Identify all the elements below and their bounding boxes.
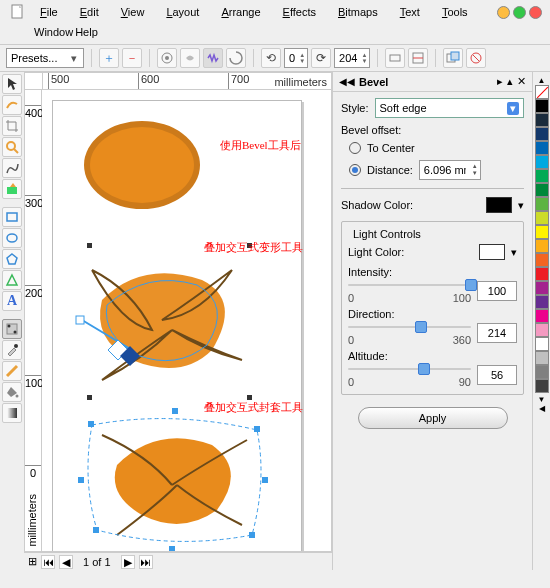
zoom-tool[interactable] xyxy=(2,137,22,157)
polygon-tool[interactable] xyxy=(2,249,22,269)
palette-swatch[interactable] xyxy=(535,127,549,141)
menu-tools[interactable]: Tools xyxy=(432,3,478,21)
direction-value[interactable]: 214 xyxy=(477,323,517,343)
add-preset-icon[interactable]: ＋ xyxy=(99,48,119,68)
shape-tool[interactable] xyxy=(2,95,22,115)
copy-props-icon[interactable] xyxy=(443,48,463,68)
first-page-btn[interactable]: ⏮ xyxy=(41,555,55,569)
rotate-value[interactable]: 0▲▼ xyxy=(284,48,308,68)
palette-down-icon[interactable]: ▼ xyxy=(538,395,546,404)
presets-select[interactable]: Presets... xyxy=(6,48,84,68)
menu-help[interactable]: Help xyxy=(75,26,98,38)
rotate-icon[interactable]: ⟲ xyxy=(261,48,281,68)
undistort-icon[interactable] xyxy=(157,48,177,68)
menu-edit[interactable]: Edit xyxy=(70,3,109,21)
palette-swatch[interactable] xyxy=(535,225,549,239)
altitude-value[interactable]: 56 xyxy=(477,365,517,385)
palette-swatch[interactable] xyxy=(535,351,549,365)
distance-input[interactable]: ▲▼ xyxy=(419,160,481,180)
interactive-fill-tool[interactable] xyxy=(2,403,22,423)
panel-close-icon[interactable]: ✕ xyxy=(517,75,526,88)
new-doc-icon[interactable] xyxy=(8,2,28,22)
intensity-slider[interactable] xyxy=(348,278,471,292)
canvas[interactable]: 使用Bevel工具后 叠加交互式变形工具 叠加交互式封套工具 xyxy=(42,90,332,552)
palette-swatch[interactable] xyxy=(535,211,549,225)
close-btn[interactable] xyxy=(529,6,542,19)
palette-none[interactable] xyxy=(535,85,549,99)
to-center-radio[interactable] xyxy=(349,142,361,154)
outline-tool[interactable] xyxy=(2,361,22,381)
palette-swatch[interactable] xyxy=(535,113,549,127)
rectangle-tool[interactable] xyxy=(2,207,22,227)
menu-view[interactable]: View xyxy=(111,3,155,21)
ruler-origin[interactable] xyxy=(25,73,43,89)
palette-up-icon[interactable]: ▲ xyxy=(538,76,546,85)
freehand-tool[interactable] xyxy=(2,158,22,178)
ellipse-tool[interactable] xyxy=(2,228,22,248)
panel-prev-icon[interactable]: ◀◀ xyxy=(339,76,355,87)
palette-swatch[interactable] xyxy=(535,197,549,211)
copies-icon[interactable]: ⟳ xyxy=(311,48,331,68)
light-color-swatch[interactable] xyxy=(479,244,505,260)
panel-collapse-icon[interactable]: ▴ xyxy=(507,75,513,88)
style-select[interactable]: Soft edge▾ xyxy=(375,98,524,118)
menu-effects[interactable]: Effects xyxy=(273,3,326,21)
palette-swatch[interactable] xyxy=(535,155,549,169)
palette-swatch[interactable] xyxy=(535,337,549,351)
palette-swatch[interactable] xyxy=(535,183,549,197)
menu-text[interactable]: Text xyxy=(390,3,430,21)
option1-icon[interactable] xyxy=(385,48,405,68)
light-color-label: Light Color: xyxy=(348,246,404,258)
palette-swatch[interactable] xyxy=(535,141,549,155)
menu-file[interactable]: File xyxy=(30,3,68,21)
direction-label: Direction: xyxy=(348,308,517,320)
palette-swatch[interactable] xyxy=(535,281,549,295)
last-page-btn[interactable]: ⏭ xyxy=(139,555,153,569)
twister-icon[interactable] xyxy=(226,48,246,68)
fill-tool[interactable] xyxy=(2,382,22,402)
shadow-color-dropdown-icon[interactable]: ▾ xyxy=(518,199,524,212)
menu-layout[interactable]: Layout xyxy=(156,3,209,21)
crop-tool[interactable] xyxy=(2,116,22,136)
light-color-dropdown-icon[interactable]: ▾ xyxy=(511,246,517,259)
palette-swatch[interactable] xyxy=(535,295,549,309)
option2-icon[interactable] xyxy=(408,48,428,68)
shadow-color-swatch[interactable] xyxy=(486,197,512,213)
palette-swatch[interactable] xyxy=(535,169,549,183)
direction-slider[interactable] xyxy=(348,320,471,334)
clear-icon[interactable] xyxy=(466,48,486,68)
palette-swatch[interactable] xyxy=(535,365,549,379)
distance-radio[interactable] xyxy=(349,164,361,176)
palette-swatch[interactable] xyxy=(535,323,549,337)
text-tool[interactable]: A xyxy=(2,291,22,311)
intensity-value[interactable]: 100 xyxy=(477,281,517,301)
basic-shapes-tool[interactable] xyxy=(2,270,22,290)
next-page-btn[interactable]: ▶ xyxy=(121,555,135,569)
svg-rect-29 xyxy=(254,426,260,432)
prev-page-btn[interactable]: ◀ xyxy=(59,555,73,569)
palette-swatch[interactable] xyxy=(535,99,549,113)
copies-value[interactable]: 204▲▼ xyxy=(334,48,370,68)
scroll-left-icon[interactable]: ⊞ xyxy=(28,555,37,568)
apply-button[interactable]: Apply xyxy=(358,407,508,429)
minimize-btn[interactable] xyxy=(497,6,510,19)
interactive-tool[interactable] xyxy=(2,319,22,339)
smart-fill-tool[interactable] xyxy=(2,179,22,199)
menu-arrange[interactable]: Arrange xyxy=(211,3,270,21)
palette-swatch[interactable] xyxy=(535,267,549,281)
palette-swatch[interactable] xyxy=(535,239,549,253)
remove-preset-icon[interactable]: － xyxy=(122,48,142,68)
palette-flyout-icon[interactable]: ◀ xyxy=(539,404,545,413)
menu-bitmaps[interactable]: Bitmaps xyxy=(328,3,388,21)
altitude-slider[interactable] xyxy=(348,362,471,376)
maximize-btn[interactable] xyxy=(513,6,526,19)
pushpull-icon[interactable] xyxy=(180,48,200,68)
palette-swatch[interactable] xyxy=(535,379,549,393)
pick-tool[interactable] xyxy=(2,74,22,94)
palette-swatch[interactable] xyxy=(535,309,549,323)
eyedropper-tool[interactable] xyxy=(2,340,22,360)
zipper-icon[interactable] xyxy=(203,48,223,68)
menu-window[interactable]: Window xyxy=(34,26,73,38)
palette-swatch[interactable] xyxy=(535,253,549,267)
panel-menu-icon[interactable]: ▸ xyxy=(497,75,503,88)
